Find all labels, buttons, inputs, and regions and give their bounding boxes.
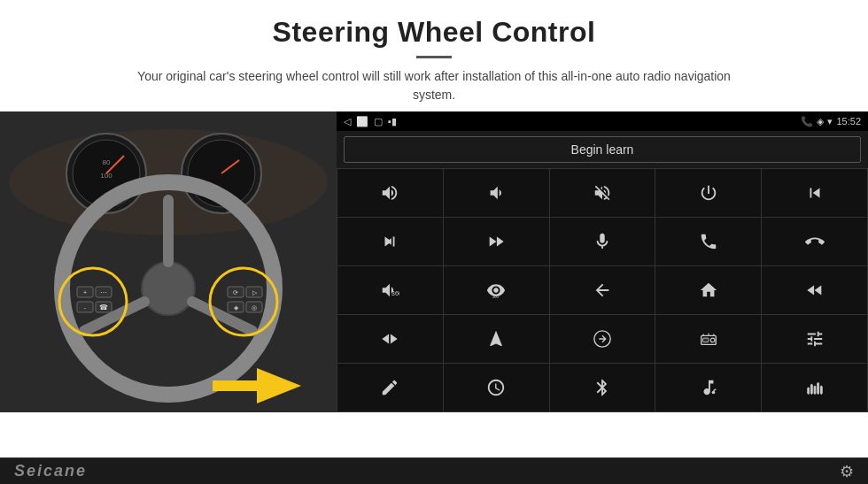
clock-button[interactable] [444, 364, 549, 411]
page-title: Steering Wheel Control [0, 16, 868, 49]
power-button[interactable] [655, 169, 761, 217]
content-section: 80 100 + [0, 111, 868, 457]
location-status-icon: ◈ [817, 116, 824, 127]
mute-button[interactable] [550, 169, 655, 217]
back-nav-icon[interactable]: ◁ [344, 116, 351, 127]
phone-answer-icon [699, 232, 718, 251]
tune-button[interactable] [762, 315, 867, 363]
prev-track-icon [805, 183, 825, 203]
next-track-icon [380, 232, 399, 251]
svg-rect-46 [807, 388, 809, 394]
recents-nav-icon[interactable]: ▢ [374, 116, 383, 127]
mute-icon [593, 183, 612, 203]
begin-learn-button[interactable]: Begin learn [344, 136, 861, 163]
svg-text:360°: 360° [492, 295, 501, 299]
svg-text:⋯: ⋯ [100, 288, 107, 296]
svg-rect-40 [702, 338, 708, 342]
svg-rect-49 [817, 383, 818, 395]
view360-button[interactable]: 360° [444, 266, 549, 314]
pen-button[interactable] [337, 364, 443, 411]
page-container: Steering Wheel Control Your original car… [0, 0, 868, 484]
tune-icon [805, 329, 825, 349]
mic-icon [593, 232, 612, 251]
svg-rect-50 [820, 386, 822, 394]
equalizer-button[interactable] [550, 315, 655, 363]
horn-icon: 360 [380, 280, 399, 300]
time-display: 15:52 [836, 116, 861, 127]
svg-text:80: 80 [103, 158, 111, 166]
svg-point-39 [710, 338, 715, 342]
head-unit: ◁ ⬜ ▢ ▪▮ 📞 ◈ ▾ 15:52 Begin learn [337, 111, 868, 412]
steering-image: 80 100 + [0, 111, 337, 412]
svg-text:☎: ☎ [99, 303, 108, 311]
svg-text:+: + [83, 289, 87, 296]
svg-rect-34 [213, 380, 259, 391]
svg-point-11 [142, 262, 195, 315]
status-bar-right: 📞 ◈ ▾ 15:52 [801, 116, 861, 127]
svg-text:360: 360 [391, 289, 399, 297]
prev-track-button[interactable] [762, 169, 867, 217]
vol-down-icon [486, 183, 506, 203]
horn-button[interactable]: 360 [337, 266, 443, 314]
vol-up-button[interactable] [337, 169, 443, 217]
wifi-status-icon: ▾ [827, 116, 833, 127]
begin-learn-row: Begin learn [337, 131, 868, 168]
radio-icon [699, 329, 718, 349]
phone-status-icon: 📞 [801, 116, 813, 127]
bluetooth-icon [593, 378, 612, 397]
radio-button[interactable] [655, 315, 761, 363]
status-bar-left: ◁ ⬜ ▢ ▪▮ [344, 116, 397, 127]
spectrum-icon [805, 378, 825, 397]
footer: Seicane ⚙ [0, 457, 868, 484]
back-icon [593, 280, 612, 300]
clock-icon [486, 378, 506, 397]
title-divider [416, 56, 452, 58]
equalizer-icon [593, 329, 612, 349]
mic-button[interactable] [550, 218, 655, 265]
svg-line-45 [713, 389, 716, 391]
navigate-icon [486, 329, 506, 349]
pen-icon [380, 378, 399, 397]
next-track-button[interactable] [337, 218, 443, 265]
home-nav-icon[interactable]: ⬜ [356, 116, 368, 127]
phone-hangup-button[interactable] [762, 218, 867, 265]
button-grid: 360 360° [337, 168, 868, 412]
svg-rect-48 [814, 386, 816, 394]
svg-text:◎: ◎ [252, 304, 257, 311]
vol-up-icon [380, 183, 399, 203]
fast-skip-button[interactable] [337, 315, 443, 363]
steering-wheel-svg: 80 100 + [0, 111, 337, 412]
fast-fwd-icon [486, 232, 506, 251]
music-icon [699, 378, 718, 397]
music-button[interactable] [655, 364, 761, 411]
spectrum-button[interactable] [762, 364, 867, 411]
svg-text:⟳: ⟳ [233, 289, 238, 296]
back-button[interactable] [550, 266, 655, 314]
fast-fwd-button[interactable] [444, 218, 549, 265]
navigate-button[interactable] [444, 315, 549, 363]
power-icon [699, 183, 718, 203]
rewind-icon [805, 280, 825, 300]
status-bar: ◁ ⬜ ▢ ▪▮ 📞 ◈ ▾ 15:52 [337, 111, 868, 131]
svg-rect-47 [810, 384, 812, 394]
phone-hangup-icon [805, 232, 825, 251]
brand-name: Seicane [14, 462, 87, 480]
phone-answer-button[interactable] [655, 218, 761, 265]
home-button[interactable] [655, 266, 761, 314]
sim-icon: ▪▮ [388, 116, 397, 127]
settings-icon[interactable]: ⚙ [840, 462, 854, 481]
fast-skip-icon [380, 329, 399, 349]
view360-icon: 360° [486, 280, 506, 300]
bluetooth-button[interactable] [550, 364, 655, 411]
rewind-button[interactable] [762, 266, 867, 314]
vol-down-button[interactable] [444, 169, 549, 217]
subtitle: Your original car's steering wheel contr… [133, 67, 735, 104]
home-icon [699, 280, 718, 300]
header-section: Steering Wheel Control Your original car… [0, 0, 868, 111]
svg-point-44 [711, 391, 715, 395]
